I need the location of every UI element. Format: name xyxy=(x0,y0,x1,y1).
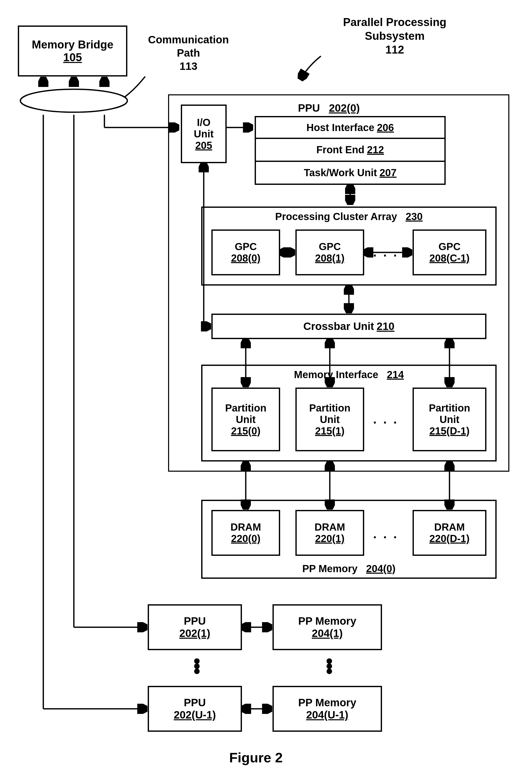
subsystem-label: Parallel Processing Subsystem 112 xyxy=(329,15,461,57)
ppuU-title: PPU xyxy=(184,697,206,709)
gpcC-block: GPC 208(C-1) xyxy=(413,230,486,275)
gpc1-title: GPC xyxy=(319,241,341,253)
front-end-title: Front End xyxy=(316,144,364,155)
pu0-title2: Unit xyxy=(236,414,256,425)
pu-ellipsis: . . . xyxy=(373,412,398,427)
memory-bridge-title: Memory Bridge xyxy=(32,38,113,51)
dram1-title: DRAM xyxy=(315,521,345,533)
puD-block: Partition Unit 215(D-1) xyxy=(413,388,486,451)
ppmemU-block: PP Memory 204(U-1) xyxy=(272,686,382,732)
gpc0-ref: 208(0) xyxy=(231,253,261,264)
svg-point-0 xyxy=(20,89,127,112)
puD-ref: 215(D-1) xyxy=(429,425,470,437)
gpcC-title: GPC xyxy=(439,241,461,253)
dramD-ref: 220(D-1) xyxy=(429,533,470,544)
comm-path-title1: Communication xyxy=(143,33,234,46)
io-unit-title2: Unit xyxy=(194,128,214,140)
dramD-title: DRAM xyxy=(434,521,465,533)
ppuU-block: PPU 202(U-1) xyxy=(148,686,242,732)
pu1-title2: Unit xyxy=(320,414,340,425)
host-interface-title: Host Interface xyxy=(306,122,374,133)
host-interface-block: Host Interface 206 xyxy=(255,116,446,139)
memory-bridge-block: Memory Bridge 105 xyxy=(18,25,127,76)
memif-ref: 214 xyxy=(387,369,404,380)
gpc1-ref: 208(1) xyxy=(315,253,345,264)
gpcC-ref: 208(C-1) xyxy=(429,253,470,264)
dramD-block: DRAM 220(D-1) xyxy=(413,510,486,556)
ppu0-title-row: PPU 202(0) xyxy=(298,102,360,114)
crossbar-title: Crossbar Unit xyxy=(303,320,374,333)
pu1-title1: Partition xyxy=(309,402,350,414)
io-unit-ref: 205 xyxy=(195,140,212,151)
crossbar-block: Crossbar Unit 210 xyxy=(211,314,486,339)
ppu1-block: PPU 202(1) xyxy=(148,604,242,650)
ppmem1-ref: 204(1) xyxy=(312,627,343,640)
subsystem-title1: Parallel Processing xyxy=(329,15,461,29)
pu1-ref: 215(1) xyxy=(315,425,345,437)
task-work-ref: 207 xyxy=(379,167,397,178)
io-unit-title1: I/O xyxy=(197,117,210,128)
gpc0-block: GPC 208(0) xyxy=(211,230,280,275)
ppu-vdots: ●●● xyxy=(193,658,201,673)
pca-title-row: Processing Cluster Array 230 xyxy=(275,211,423,222)
ppmem0-title-row: PP Memory 204(0) xyxy=(302,563,395,574)
ppu0-ref: 202(0) xyxy=(329,102,360,114)
crossbar-ref: 210 xyxy=(377,320,394,333)
dram-ellipsis: . . . xyxy=(373,526,398,541)
ppmem-vdots: ●●● xyxy=(325,658,333,673)
host-interface-ref: 206 xyxy=(377,122,394,133)
memory-bridge-ref: 105 xyxy=(63,51,82,64)
comm-path-title2: Path xyxy=(143,46,234,60)
comm-path-label: Communication Path 113 xyxy=(143,33,234,73)
subsystem-ref: 112 xyxy=(329,43,461,57)
pu0-ref: 215(0) xyxy=(231,425,261,437)
task-work-block: Task/Work Unit 207 xyxy=(255,162,446,185)
ppu0-title: PPU xyxy=(298,102,320,114)
ppmem1-block: PP Memory 204(1) xyxy=(272,604,382,650)
pca-ref: 230 xyxy=(406,211,423,222)
pu0-block: Partition Unit 215(0) xyxy=(211,388,280,451)
ppmemU-title: PP Memory xyxy=(298,697,356,709)
pca-title: Processing Cluster Array xyxy=(275,211,397,222)
task-work-title: Task/Work Unit xyxy=(304,167,377,178)
ppuU-ref: 202(U-1) xyxy=(174,709,216,721)
gpc1-block: GPC 208(1) xyxy=(295,230,364,275)
memif-title: Memory Interface xyxy=(294,369,378,380)
dram0-title: DRAM xyxy=(230,521,261,533)
dram1-ref: 220(1) xyxy=(315,533,345,544)
gpc0-title: GPC xyxy=(235,241,257,253)
ppu1-title: PPU xyxy=(184,615,206,627)
ppu1-ref: 202(1) xyxy=(179,627,210,640)
memif-title-row: Memory Interface 214 xyxy=(294,369,404,380)
io-unit-block: I/O Unit 205 xyxy=(181,104,227,163)
puD-title2: Unit xyxy=(440,414,459,425)
ppmem0-ref: 204(0) xyxy=(366,563,395,574)
figure-caption: Figure 2 xyxy=(229,750,283,765)
dram0-block: DRAM 220(0) xyxy=(211,510,280,556)
ppmemU-ref: 204(U-1) xyxy=(306,709,348,721)
dram0-ref: 220(0) xyxy=(231,533,261,544)
pu0-title1: Partition xyxy=(225,402,266,414)
gpc-ellipsis: . . . xyxy=(373,245,398,260)
ppmem1-title: PP Memory xyxy=(298,615,356,627)
front-end-block: Front End 212 xyxy=(255,139,446,162)
front-end-ref: 212 xyxy=(367,144,384,155)
ppmem0-title: PP Memory xyxy=(302,563,358,574)
puD-title1: Partition xyxy=(429,402,470,414)
pu1-block: Partition Unit 215(1) xyxy=(295,388,364,451)
comm-path-ref: 113 xyxy=(143,60,234,73)
dram1-block: DRAM 220(1) xyxy=(295,510,364,556)
subsystem-title2: Subsystem xyxy=(329,29,461,43)
